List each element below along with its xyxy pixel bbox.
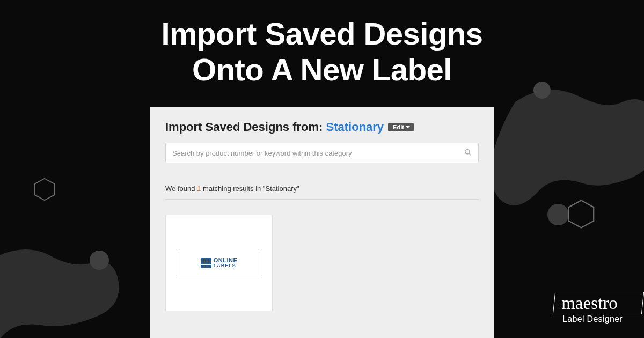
hexagon-icon	[566, 199, 597, 230]
chevron-down-icon	[406, 126, 410, 128]
edit-label: Edit	[393, 124, 404, 130]
title-line-1: Import Saved Designs	[0, 16, 644, 52]
results-suffix: matching results in "Stationary"	[201, 185, 299, 193]
brand-logo: maestro Label Designer	[558, 293, 623, 324]
heading-prefix: Import Saved Designs from:	[165, 120, 326, 134]
svg-marker-4	[35, 179, 55, 200]
result-card[interactable]: ONLINE LABELS	[165, 215, 273, 311]
blob-shape-left	[0, 209, 140, 338]
svg-marker-5	[569, 200, 594, 227]
search-icon[interactable]	[464, 149, 472, 158]
blob-shape-right	[472, 70, 644, 241]
panel-heading: Import Saved Designs from: Stationary	[165, 120, 384, 134]
thumb-line2: LABELS	[214, 263, 238, 268]
thumbnail-text: ONLINE LABELS	[214, 258, 238, 268]
search-input[interactable]	[172, 149, 464, 157]
edit-category-button[interactable]: Edit	[388, 123, 414, 131]
import-panel: Import Saved Designs from: Stationary Ed…	[150, 107, 494, 338]
design-thumbnail: ONLINE LABELS	[179, 251, 259, 275]
panel-header: Import Saved Designs from: Stationary Ed…	[165, 120, 479, 134]
hexagon-icon	[32, 177, 57, 202]
svg-point-6	[465, 149, 470, 153]
svg-point-0	[90, 251, 109, 270]
svg-line-7	[469, 153, 471, 155]
results-prefix: We found	[165, 185, 197, 193]
heading-category: Stationary	[326, 120, 384, 134]
search-bar[interactable]	[165, 143, 479, 163]
results-summary: We found 1 matching results in "Stationa…	[165, 185, 479, 200]
title-line-2: Onto A New Label	[0, 52, 644, 88]
brand-name: maestro	[558, 293, 620, 313]
grid-icon	[201, 258, 211, 268]
brand-tagline: Label Designer	[562, 314, 623, 324]
svg-point-3	[547, 204, 569, 225]
page-title: Import Saved Designs Onto A New Label	[0, 16, 644, 87]
